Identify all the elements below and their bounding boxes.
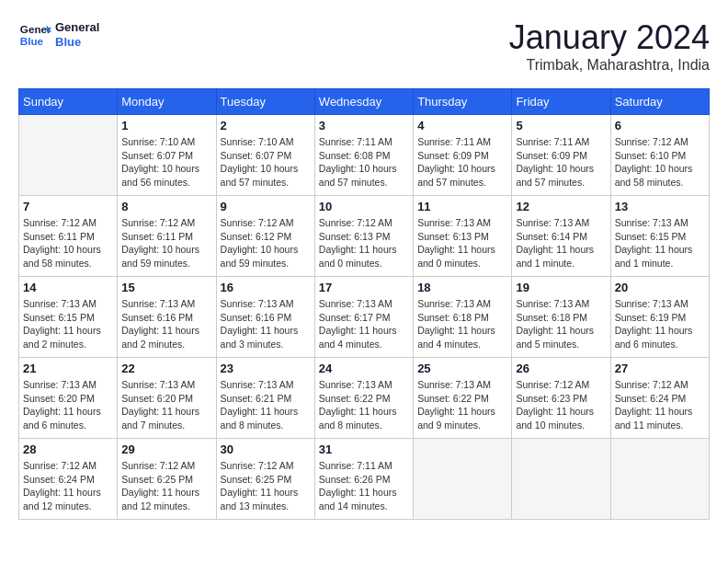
day-info: Sunrise: 7:13 AMSunset: 6:18 PMDaylight:… — [516, 297, 606, 351]
calendar-cell: 22Sunrise: 7:13 AMSunset: 6:20 PMDayligh… — [118, 358, 216, 439]
weekday-header-wednesday: Wednesday — [314, 89, 413, 115]
calendar-cell: 18Sunrise: 7:13 AMSunset: 6:18 PMDayligh… — [414, 277, 512, 358]
day-info: Sunrise: 7:12 AMSunset: 6:23 PMDaylight:… — [516, 378, 606, 432]
calendar-cell: 28Sunrise: 7:12 AMSunset: 6:24 PMDayligh… — [19, 439, 118, 520]
weekday-header-friday: Friday — [512, 89, 610, 115]
day-info: Sunrise: 7:12 AMSunset: 6:13 PMDaylight:… — [319, 216, 409, 270]
day-number: 16 — [221, 281, 311, 294]
calendar-cell: 15Sunrise: 7:13 AMSunset: 6:16 PMDayligh… — [118, 277, 216, 358]
day-number: 17 — [319, 281, 409, 294]
day-info: Sunrise: 7:11 AMSunset: 6:09 PMDaylight:… — [417, 135, 507, 190]
day-number: 14 — [23, 281, 113, 294]
day-info: Sunrise: 7:13 AMSunset: 6:15 PMDaylight:… — [615, 216, 705, 270]
day-info: Sunrise: 7:13 AMSunset: 6:20 PMDaylight:… — [121, 378, 211, 432]
calendar-cell: 9Sunrise: 7:12 AMSunset: 6:12 PMDaylight… — [216, 196, 314, 277]
calendar-cell: 19Sunrise: 7:13 AMSunset: 6:18 PMDayligh… — [512, 277, 610, 358]
day-number: 23 — [221, 362, 311, 375]
day-number: 18 — [417, 281, 507, 294]
calendar-cell: 23Sunrise: 7:13 AMSunset: 6:21 PMDayligh… — [216, 358, 314, 439]
day-info: Sunrise: 7:12 AMSunset: 6:24 PMDaylight:… — [23, 459, 113, 513]
day-info: Sunrise: 7:13 AMSunset: 6:15 PMDaylight:… — [23, 297, 113, 351]
day-number: 10 — [319, 200, 409, 213]
calendar-cell: 20Sunrise: 7:13 AMSunset: 6:19 PMDayligh… — [610, 277, 709, 358]
calendar-table: SundayMondayTuesdayWednesdayThursdayFrid… — [18, 88, 710, 520]
day-number: 6 — [615, 119, 705, 132]
day-number: 7 — [23, 200, 113, 213]
calendar-cell — [19, 115, 118, 196]
calendar-cell: 14Sunrise: 7:13 AMSunset: 6:15 PMDayligh… — [19, 277, 118, 358]
day-info: Sunrise: 7:12 AMSunset: 6:25 PMDaylight:… — [221, 459, 311, 513]
day-info: Sunrise: 7:11 AMSunset: 6:26 PMDaylight:… — [319, 459, 409, 513]
day-info: Sunrise: 7:12 AMSunset: 6:11 PMDaylight:… — [121, 216, 211, 270]
calendar-cell: 17Sunrise: 7:13 AMSunset: 6:17 PMDayligh… — [314, 277, 413, 358]
day-number: 15 — [121, 281, 211, 294]
day-number: 8 — [121, 200, 211, 213]
day-info: Sunrise: 7:12 AMSunset: 6:25 PMDaylight:… — [121, 459, 211, 513]
page-header: General Blue General Blue January 2024 T… — [18, 18, 710, 74]
day-info: Sunrise: 7:13 AMSunset: 6:21 PMDaylight:… — [221, 378, 311, 432]
day-info: Sunrise: 7:13 AMSunset: 6:17 PMDaylight:… — [319, 297, 409, 351]
day-number: 21 — [23, 362, 113, 375]
day-number: 30 — [221, 442, 311, 456]
logo-general: General — [55, 20, 99, 35]
location: Trimbak, Maharashtra, India — [509, 57, 710, 74]
calendar-cell: 2Sunrise: 7:10 AMSunset: 6:07 PMDaylight… — [216, 115, 314, 196]
day-info: Sunrise: 7:13 AMSunset: 6:20 PMDaylight:… — [23, 378, 113, 432]
day-number: 2 — [221, 119, 311, 132]
calendar-cell: 10Sunrise: 7:12 AMSunset: 6:13 PMDayligh… — [314, 196, 413, 277]
week-row-1: 1Sunrise: 7:10 AMSunset: 6:07 PMDaylight… — [19, 115, 710, 196]
day-info: Sunrise: 7:12 AMSunset: 6:11 PMDaylight:… — [23, 216, 113, 270]
day-number: 26 — [516, 362, 606, 375]
calendar-cell: 4Sunrise: 7:11 AMSunset: 6:09 PMDaylight… — [414, 115, 512, 196]
calendar-cell: 24Sunrise: 7:13 AMSunset: 6:22 PMDayligh… — [314, 358, 413, 439]
week-row-2: 7Sunrise: 7:12 AMSunset: 6:11 PMDaylight… — [19, 196, 710, 277]
day-number: 5 — [516, 119, 606, 132]
calendar-cell: 5Sunrise: 7:11 AMSunset: 6:09 PMDaylight… — [512, 115, 610, 196]
day-number: 11 — [417, 200, 507, 213]
day-info: Sunrise: 7:13 AMSunset: 6:22 PMDaylight:… — [417, 378, 507, 432]
calendar-cell: 12Sunrise: 7:13 AMSunset: 6:14 PMDayligh… — [512, 196, 610, 277]
calendar-cell: 3Sunrise: 7:11 AMSunset: 6:08 PMDaylight… — [314, 115, 413, 196]
weekday-header-sunday: Sunday — [19, 89, 118, 115]
calendar-cell: 11Sunrise: 7:13 AMSunset: 6:13 PMDayligh… — [414, 196, 512, 277]
day-number: 25 — [417, 362, 507, 375]
day-info: Sunrise: 7:13 AMSunset: 6:22 PMDaylight:… — [319, 378, 409, 432]
day-info: Sunrise: 7:12 AMSunset: 6:12 PMDaylight:… — [221, 216, 311, 270]
day-number: 20 — [615, 281, 705, 294]
weekday-header-row: SundayMondayTuesdayWednesdayThursdayFrid… — [19, 89, 710, 115]
day-info: Sunrise: 7:13 AMSunset: 6:16 PMDaylight:… — [221, 297, 311, 351]
weekday-header-tuesday: Tuesday — [216, 89, 314, 115]
calendar-cell — [414, 439, 512, 520]
day-info: Sunrise: 7:13 AMSunset: 6:16 PMDaylight:… — [121, 297, 211, 351]
calendar-cell: 25Sunrise: 7:13 AMSunset: 6:22 PMDayligh… — [414, 358, 512, 439]
day-number: 3 — [319, 119, 409, 132]
logo: General Blue General Blue — [18, 18, 99, 52]
week-row-4: 21Sunrise: 7:13 AMSunset: 6:20 PMDayligh… — [19, 358, 710, 439]
calendar-cell: 1Sunrise: 7:10 AMSunset: 6:07 PMDaylight… — [118, 115, 216, 196]
logo-icon: General Blue — [18, 18, 51, 52]
day-info: Sunrise: 7:13 AMSunset: 6:14 PMDaylight:… — [516, 216, 606, 270]
calendar-cell: 29Sunrise: 7:12 AMSunset: 6:25 PMDayligh… — [118, 439, 216, 520]
calendar-cell — [610, 439, 709, 520]
calendar-cell: 6Sunrise: 7:12 AMSunset: 6:10 PMDaylight… — [610, 115, 709, 196]
calendar-cell: 7Sunrise: 7:12 AMSunset: 6:11 PMDaylight… — [19, 196, 118, 277]
calendar-cell: 8Sunrise: 7:12 AMSunset: 6:11 PMDaylight… — [118, 196, 216, 277]
day-number: 13 — [615, 200, 705, 213]
day-info: Sunrise: 7:13 AMSunset: 6:19 PMDaylight:… — [615, 297, 705, 351]
day-info: Sunrise: 7:11 AMSunset: 6:08 PMDaylight:… — [319, 135, 409, 190]
day-info: Sunrise: 7:10 AMSunset: 6:07 PMDaylight:… — [121, 135, 211, 190]
svg-text:Blue: Blue — [20, 35, 44, 47]
title-block: January 2024 Trimbak, Maharashtra, India — [509, 18, 710, 74]
day-number: 31 — [319, 442, 409, 456]
day-number: 12 — [516, 200, 606, 213]
day-number: 9 — [221, 200, 311, 213]
weekday-header-saturday: Saturday — [610, 89, 709, 115]
day-number: 24 — [319, 362, 409, 375]
calendar-cell: 16Sunrise: 7:13 AMSunset: 6:16 PMDayligh… — [216, 277, 314, 358]
calendar-cell: 13Sunrise: 7:13 AMSunset: 6:15 PMDayligh… — [610, 196, 709, 277]
day-number: 4 — [417, 119, 507, 132]
week-row-5: 28Sunrise: 7:12 AMSunset: 6:24 PMDayligh… — [19, 439, 710, 520]
calendar-cell: 30Sunrise: 7:12 AMSunset: 6:25 PMDayligh… — [216, 439, 314, 520]
week-row-3: 14Sunrise: 7:13 AMSunset: 6:15 PMDayligh… — [19, 277, 710, 358]
calendar-cell: 27Sunrise: 7:12 AMSunset: 6:24 PMDayligh… — [610, 358, 709, 439]
